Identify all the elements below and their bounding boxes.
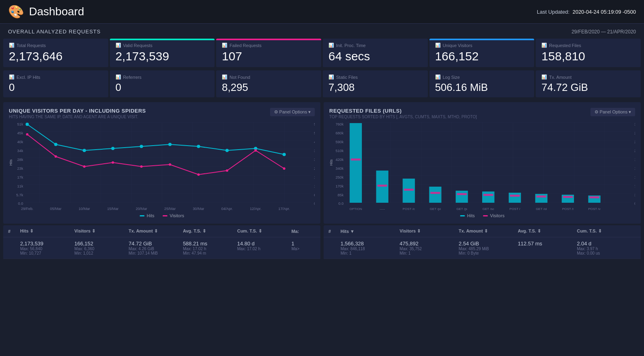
requests-panel: REQUESTED FILES (URLS) TOP REQUESTS SORT… — [324, 102, 641, 224]
col-cum-r[interactable]: Cum. T.S. ⇕ — [577, 228, 636, 234]
svg-point-30 — [225, 149, 229, 152]
table-header-left: # Hits ⇕ Visitors ⇕ Tx. Amount ⇕ Avg. T.… — [3, 225, 320, 237]
stat-failed-requests: 📊 Failed Requests 107 — [216, 39, 321, 67]
col-hits-r[interactable]: Hits ▼ — [341, 228, 400, 234]
svg-text:3.6k: 3.6k — [634, 193, 635, 197]
svg-text:17k: 17k — [17, 175, 23, 179]
svg-rect-79 — [429, 187, 441, 203]
header: 🎨 Dashboard Last Updated: 2020-04-24 05:… — [0, 0, 644, 24]
stats-row-2: 📊 Excl. IP Hits 0 📊 Referrers 0 📊 Not Fo… — [0, 69, 644, 101]
hits-color-left — [140, 215, 144, 216]
svg-point-33 — [26, 133, 29, 136]
stat-not-found: 📊 Not Found 8,295 — [216, 70, 321, 97]
requests-svg: 760k 680k 590k 510k 420k 340k 250k 170k … — [329, 122, 635, 211]
svg-text:0.0: 0.0 — [18, 202, 23, 206]
svg-text:11k: 11k — [634, 175, 635, 179]
col-visitors[interactable]: Visitors ⇕ — [74, 228, 129, 234]
svg-text:11k: 11k — [17, 184, 23, 188]
svg-text:4.5k: 4.5k — [314, 140, 315, 144]
svg-text:12/Apr.: 12/Apr. — [250, 207, 262, 211]
svg-text:10/Mar: 10/Mar — [78, 207, 90, 211]
svg-text:GET /pi: GET /pi — [430, 207, 441, 211]
cyan-bar — [110, 39, 215, 40]
bar-chart-icon: 📊 — [222, 43, 227, 48]
stats-row-1: 📊 Total Requests 2,173,646 📊 Valid Reque… — [0, 37, 644, 69]
chart-legend-left: Hits Visitors — [9, 213, 315, 218]
svg-rect-94 — [563, 196, 573, 198]
svg-rect-87 — [378, 185, 387, 187]
table-header-right: # Hits ▼ Visitors ⇕ Tx. Amount ⇕ Avg. T.… — [324, 225, 641, 237]
visitors-chart: 51k 45k 40k 34k 28k 23k 17k 11k 5.7k 0.0… — [9, 122, 315, 211]
table-row: 2,173,539 Max: 56,840 Min: 10,727 166,15… — [3, 237, 320, 259]
legend-hits-right: Hits — [460, 213, 475, 218]
svg-text:POST /c: POST /c — [402, 207, 415, 211]
bar-chart-icon: 📊 — [222, 74, 227, 80]
svg-text:5.1k: 5.1k — [314, 131, 315, 135]
svg-rect-76 — [350, 123, 362, 203]
col-hits[interactable]: Hits ⇕ — [20, 228, 74, 234]
chart-legend-right: Hits Visitors — [329, 213, 635, 218]
hits-color-right — [460, 215, 465, 216]
bar-chart-icon: 📊 — [328, 74, 334, 80]
svg-text:3.8k: 3.8k — [314, 149, 315, 153]
svg-text:0.0: 0.0 — [339, 202, 344, 206]
panel-header-right: REQUESTED FILES (URLS) TOP REQUESTS SORT… — [329, 108, 635, 119]
last-updated: Last Updated: 2020-04-24 05:19:09 -0500 — [537, 9, 636, 15]
svg-text:45k: 45k — [17, 131, 23, 135]
col-tx-r[interactable]: Tx. Amount ⇕ — [459, 228, 518, 234]
svg-point-36 — [111, 161, 114, 164]
svg-text:Hits: Hits — [329, 159, 333, 166]
svg-text:30/Mar: 30/Mar — [193, 207, 204, 211]
stat-log-size: 📊 Log Size 506.16 MiB — [429, 70, 535, 97]
col-visitors-r[interactable]: Visitors ⇕ — [400, 228, 459, 234]
svg-text:29/Feb.: 29/Feb. — [21, 207, 33, 211]
svg-text:POST /v: POST /v — [588, 207, 600, 211]
stat-valid-requests: 📊 Valid Requests 2,173,539 — [110, 39, 215, 67]
svg-text:GET /js: GET /js — [456, 207, 467, 211]
col-num: # — [8, 228, 20, 234]
dashboard-icon: 🎨 — [8, 4, 24, 19]
svg-point-35 — [83, 165, 85, 168]
svg-point-41 — [254, 149, 257, 152]
bar-chart-icon: 📊 — [116, 43, 121, 48]
svg-point-38 — [169, 163, 171, 166]
visitors-table: # Hits ⇕ Visitors ⇕ Tx. Amount ⇕ Avg. T.… — [3, 225, 320, 259]
blue-bar — [429, 39, 535, 40]
svg-text:250k: 250k — [336, 175, 344, 179]
panel-options-button-left[interactable]: ⚙ Panel Options ▾ — [270, 108, 315, 116]
bar-chart-icon: 📊 — [328, 43, 334, 48]
svg-text:25k: 25k — [634, 140, 635, 144]
svg-point-37 — [140, 165, 142, 168]
col-tx[interactable]: Tx. Amount ⇕ — [129, 228, 183, 234]
svg-point-29 — [197, 145, 200, 148]
stat-referrers: 📊 Referrers 0 — [110, 70, 215, 97]
app-title: 🎨 Dashboard — [8, 4, 84, 19]
svg-text:05/Mar: 05/Mar — [50, 207, 61, 211]
bar-chart-icon: 📊 — [116, 74, 121, 80]
bar-chart-icon: 📊 — [9, 74, 14, 80]
col-avg-ts[interactable]: Avg. T.S. ⇕ — [183, 228, 237, 234]
bar-chart-icon: 📊 — [541, 74, 547, 80]
svg-rect-88 — [404, 189, 413, 191]
svg-point-28 — [168, 143, 171, 146]
bar-chart-icon: 📊 — [9, 43, 14, 48]
stat-requested-files: 📊 Requested Files 158,810 — [536, 39, 641, 67]
col-num-r: # — [328, 228, 341, 234]
col-avg-r[interactable]: Avg. T.S. ⇕ — [518, 228, 577, 234]
svg-text:340k: 340k — [336, 167, 344, 171]
legend-visitors-left: Visitors — [163, 213, 184, 218]
svg-point-40 — [226, 169, 228, 172]
svg-rect-93 — [537, 195, 546, 198]
panel-options-button-right[interactable]: ⚙ Panel Options ▾ — [590, 108, 635, 116]
visitors-svg: 51k 45k 40k 34k 28k 23k 17k 11k 5.7k 0.0… — [9, 122, 315, 211]
svg-rect-0 — [25, 122, 311, 203]
svg-text:1.3k: 1.3k — [314, 184, 315, 188]
svg-text:0.0: 0.0 — [314, 202, 315, 206]
col-cum-ts[interactable]: Cum. T.S. ⇕ — [237, 228, 291, 234]
stat-static-files: 📊 Static Files 7,308 — [323, 70, 428, 97]
svg-text:Hits: Hits — [9, 159, 13, 166]
bar-chart-icon: 📊 — [435, 74, 441, 80]
panel-title-right: REQUESTED FILES (URLS) — [329, 108, 477, 114]
section-header: OVERALL ANALYZED REQUESTS 29/FEB/2020 — … — [0, 24, 644, 37]
svg-text:25/Mar: 25/Mar — [164, 207, 175, 211]
